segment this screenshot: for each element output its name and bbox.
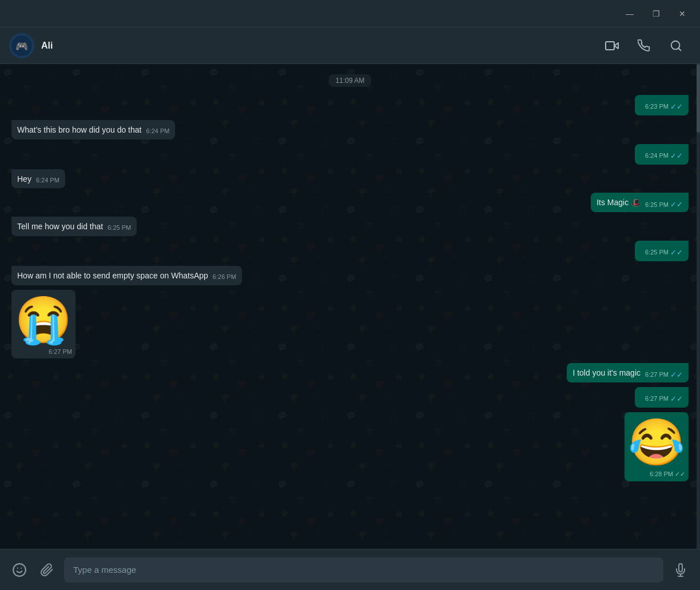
message-meta: 6:25 PM ✓✓ (645, 248, 683, 258)
message-row: Tell me how you did that 6:25 PM (11, 217, 689, 236)
search-button[interactable] (661, 32, 691, 59)
message-bubble: I told you it's magic 6:27 PM ✓✓ (567, 363, 689, 382)
message-meta: 6:24 PM (36, 176, 59, 185)
read-receipt-icon: ✓✓ (670, 248, 683, 258)
maximize-button[interactable]: ❐ (643, 5, 669, 23)
messages-container: 11:09 AM 6:23 PM ✓✓ What's this bro how … (11, 70, 689, 483)
header-actions (597, 32, 691, 59)
message-bubble: Tell me how you did that 6:25 PM (11, 217, 137, 236)
close-button[interactable]: ✕ (669, 5, 695, 23)
message-meta: 6:27 PM ✓✓ (645, 394, 683, 404)
svg-rect-4 (606, 42, 614, 50)
message-input[interactable] (64, 557, 663, 583)
message-row: I told you it's magic 6:27 PM ✓✓ (11, 363, 689, 382)
read-receipt-icon: ✓✓ (670, 394, 683, 404)
message-text: Hey (17, 174, 31, 184)
message-row: 😂 6:28 PM ✓✓ (11, 412, 689, 481)
read-receipt-icon: ✓✓ (670, 370, 683, 380)
message-time: 6:25 PM (108, 224, 131, 232)
sticker-emoji: 😭 (15, 293, 72, 347)
svg-line-6 (678, 48, 681, 50)
sticker-meta: 6:28 PM ✓✓ (628, 471, 685, 478)
svg-marker-3 (614, 43, 618, 49)
message-time: 6:24 PM (645, 152, 669, 160)
minimize-button[interactable]: — (617, 5, 643, 23)
contact-name: Ali (41, 41, 590, 51)
message-text: I told you it's magic (572, 368, 641, 377)
chat-header: 🎮 Ali (0, 27, 700, 64)
message-row: 6:25 PM ✓✓ (11, 241, 689, 261)
message-bubble: 6:27 PM ✓✓ (635, 387, 689, 408)
message-row: What's this bro how did you do that 6:24… (11, 120, 689, 139)
chat-area: 💬 📷 🎵 ⭐ ❤️ 🎂 🏆 📱 11:09 AM 6:23 (0, 64, 700, 549)
message-bubble: Hey 6:24 PM (11, 169, 65, 189)
message-time: 6:27 PM (645, 370, 669, 379)
read-receipt-icon: ✓✓ (670, 200, 683, 210)
message-bubble: 6:24 PM ✓✓ (635, 144, 689, 165)
time-divider-badge: 11:09 AM (329, 74, 372, 87)
message-text: What's this bro how did you do that (17, 125, 141, 134)
read-receipt-icon: ✓✓ (670, 102, 683, 112)
svg-point-16 (13, 564, 26, 576)
message-bubble: Its Magic 🎩 6:25 PM ✓✓ (591, 193, 689, 212)
message-time: 6:25 PM (645, 248, 669, 257)
time-divider: 11:09 AM (11, 74, 689, 87)
message-bubble: What's this bro how did you do that 6:24… (11, 120, 175, 139)
sticker-bubble-outgoing: 😂 6:28 PM ✓✓ (625, 412, 689, 481)
message-text: Tell me how you did that (17, 222, 103, 231)
mic-button[interactable] (670, 560, 691, 580)
message-row: 6:23 PM ✓✓ (11, 95, 689, 115)
message-time: 6:23 PM (645, 102, 669, 111)
message-time: 6:24 PM (146, 127, 169, 135)
avatar-image: 🎮 (9, 33, 34, 58)
message-meta: 6:25 PM (108, 224, 131, 232)
message-row: 6:24 PM ✓✓ (11, 144, 689, 165)
message-time: 6:24 PM (36, 176, 59, 185)
voice-call-button[interactable] (629, 32, 659, 59)
input-bar (0, 549, 700, 590)
message-meta: 6:27 PM ✓✓ (645, 370, 683, 380)
attach-button[interactable] (37, 560, 57, 580)
message-time: 6:26 PM (213, 273, 236, 281)
message-bubble: How am I not able to send empty space on… (11, 266, 242, 285)
sticker-bubble: 😭 6:27 PM (11, 290, 75, 358)
read-receipt-icon: ✓✓ (670, 151, 683, 161)
message-text: Its Magic 🎩 (596, 198, 641, 207)
video-call-button[interactable] (597, 32, 627, 59)
message-meta: 6:25 PM ✓✓ (645, 200, 683, 210)
svg-text:🎮: 🎮 (15, 40, 29, 53)
message-row: Hey 6:24 PM (11, 169, 689, 189)
message-row: 6:27 PM ✓✓ (11, 387, 689, 408)
message-time: 6:25 PM (645, 201, 669, 209)
message-meta: 6:24 PM ✓✓ (645, 151, 683, 161)
message-bubble: 6:23 PM ✓✓ (635, 95, 689, 115)
message-bubble: 6:25 PM ✓✓ (635, 241, 689, 261)
emoji-button[interactable] (9, 560, 30, 580)
message-meta: 6:26 PM (213, 273, 236, 281)
message-row: Its Magic 🎩 6:25 PM ✓✓ (11, 193, 689, 212)
scrollbar-track[interactable] (697, 64, 700, 549)
message-text: How am I not able to send empty space on… (17, 271, 208, 280)
title-bar: — ❐ ✕ (0, 0, 700, 27)
sticker-meta: 6:27 PM (15, 348, 72, 355)
message-row: 😭 6:27 PM (11, 290, 689, 358)
avatar: 🎮 (9, 33, 34, 58)
message-meta: 6:23 PM ✓✓ (645, 102, 683, 112)
scrollbar-thumb[interactable] (697, 64, 700, 133)
sticker-emoji: 😂 (628, 416, 685, 469)
message-meta: 6:24 PM (146, 127, 169, 135)
message-time: 6:27 PM (645, 394, 669, 403)
message-row: How am I not able to send empty space on… (11, 266, 689, 285)
